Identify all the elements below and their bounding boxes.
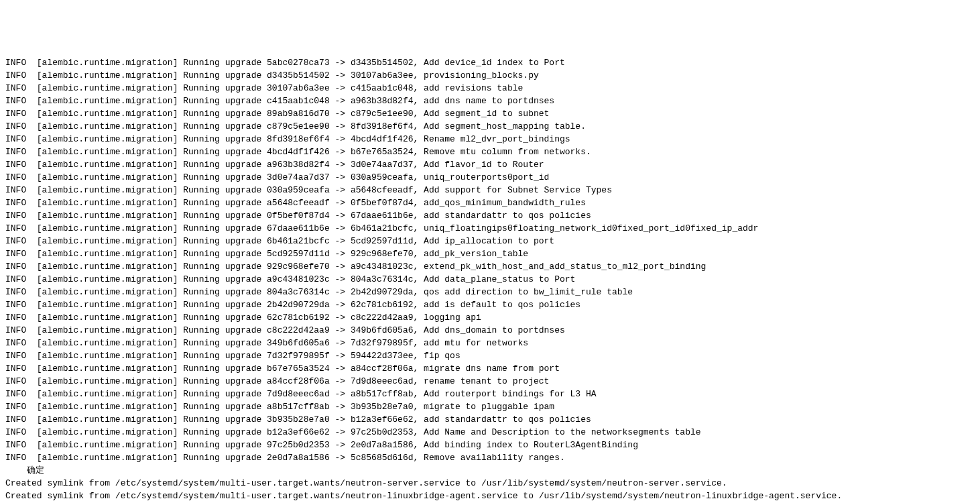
migration-log-line: INFO [alembic.runtime.migration] Running… bbox=[5, 311, 975, 324]
migration-log-line: INFO [alembic.runtime.migration] Running… bbox=[5, 362, 975, 375]
migration-log-line: INFO [alembic.runtime.migration] Running… bbox=[5, 133, 975, 146]
migration-log-line: INFO [alembic.runtime.migration] Running… bbox=[5, 286, 975, 298]
terminal-output[interactable]: INFO [alembic.runtime.migration] Running… bbox=[5, 56, 975, 503]
migration-log-line: INFO [alembic.runtime.migration] Running… bbox=[5, 184, 975, 197]
migration-log-line: INFO [alembic.runtime.migration] Running… bbox=[5, 451, 975, 464]
migration-log-line: INFO [alembic.runtime.migration] Running… bbox=[5, 146, 975, 158]
migration-log-line: INFO [alembic.runtime.migration] Running… bbox=[5, 56, 975, 69]
migration-log-line: INFO [alembic.runtime.migration] Running… bbox=[5, 413, 975, 426]
migration-log-line: INFO [alembic.runtime.migration] Running… bbox=[5, 337, 975, 349]
migration-log-line: INFO [alembic.runtime.migration] Running… bbox=[5, 209, 975, 222]
migration-log-line: INFO [alembic.runtime.migration] Running… bbox=[5, 95, 975, 107]
migration-log-line: INFO [alembic.runtime.migration] Running… bbox=[5, 171, 975, 184]
migration-log-line: INFO [alembic.runtime.migration] Running… bbox=[5, 349, 975, 362]
migration-log-line: INFO [alembic.runtime.migration] Running… bbox=[5, 260, 975, 273]
symlink-log-line: Created symlink from /etc/systemd/system… bbox=[5, 477, 975, 490]
migration-log-line: INFO [alembic.runtime.migration] Running… bbox=[5, 426, 975, 439]
migration-log-line: INFO [alembic.runtime.migration] Running… bbox=[5, 439, 975, 451]
migration-log-line: INFO [alembic.runtime.migration] Running… bbox=[5, 298, 975, 311]
symlink-log-line: Created symlink from /etc/systemd/system… bbox=[5, 490, 975, 502]
migration-log-line: INFO [alembic.runtime.migration] Running… bbox=[5, 273, 975, 286]
migration-log-line: INFO [alembic.runtime.migration] Running… bbox=[5, 82, 975, 95]
migration-log-line: INFO [alembic.runtime.migration] Running… bbox=[5, 324, 975, 337]
migration-log-line: INFO [alembic.runtime.migration] Running… bbox=[5, 388, 975, 400]
migration-log-line: INFO [alembic.runtime.migration] Running… bbox=[5, 222, 975, 235]
migration-log-line: INFO [alembic.runtime.migration] Running… bbox=[5, 158, 975, 171]
migration-log-line: INFO [alembic.runtime.migration] Running… bbox=[5, 235, 975, 247]
migration-log-line: INFO [alembic.runtime.migration] Running… bbox=[5, 247, 975, 260]
migration-log-line: INFO [alembic.runtime.migration] Running… bbox=[5, 197, 975, 209]
migration-log-line: INFO [alembic.runtime.migration] Running… bbox=[5, 400, 975, 413]
status-label: 确定 bbox=[5, 464, 975, 477]
migration-log-line: INFO [alembic.runtime.migration] Running… bbox=[5, 120, 975, 133]
migration-log-line: INFO [alembic.runtime.migration] Running… bbox=[5, 69, 975, 82]
migration-log-line: INFO [alembic.runtime.migration] Running… bbox=[5, 107, 975, 120]
migration-log-line: INFO [alembic.runtime.migration] Running… bbox=[5, 375, 975, 388]
